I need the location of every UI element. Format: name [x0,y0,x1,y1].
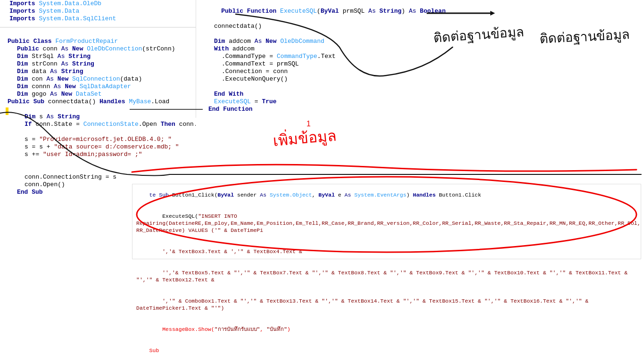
spacer-r2 [206,83,603,90]
s-assign-2: s = s + "data source= d:/comservice.mdb;… [0,143,196,151]
dim-s: Dim s As String [0,113,196,121]
member-4: Dim data As String [0,68,196,75]
sub-connectdata: Public Sub connectdata() Handles MyBase.… [0,98,196,106]
executenonquery: .ExecuteNonQuery() [206,75,603,83]
class-decl: Public Class FormProductRepair [0,38,196,45]
spacer-1 [0,23,196,30]
concat-3: ','" & ComboBox1.Text & "','" & TextBox1… [132,290,641,319]
commandtext: .CommandText = prmSQL [206,60,603,68]
import-1: Imports System.Data.OleDb [0,0,196,8]
svg-text:เพิ่มข้อมูล: เพิ่มข้อมูล [272,125,337,150]
member-7: Dim gogo As New DataSet [0,90,196,98]
import-3: Imports System.Data.SqlClient [0,15,196,23]
connection: .Connection = conn [206,68,603,75]
spacer-2 [0,30,196,38]
msgbox-call: MessageBox.Show("การบันทึกรับแบบ", "บันท… [132,319,641,340]
import-2: Imports System.Data [0,8,196,15]
fn-sig: Public Function ExecuteSQL(ByVal prmSQL … [206,0,603,23]
member-6: Dim connn As New SqlDataAdapter [0,83,196,90]
concat-1: ','& TextBox3.Text & ','" & TextBox4.Tex… [132,241,641,262]
member-3: Dim strConn As String [0,60,196,68]
right-code-panel: Public Function ExecuteSQL(ByVal prmSQL … [203,0,603,113]
bottom-code-panel: te Sub Button1_Click(ByVal sender As Sys… [132,184,641,259]
yellow-marker [6,107,8,115]
spacer-5 [0,158,196,166]
if-connstate: If conn.State = ConnectionState.Open The… [0,121,196,128]
end-with: End With [206,90,603,98]
executesql-call: ExecuteSQL("INSERT INTO Repairing(Dateti… [132,206,641,241]
spacer-6 [0,166,196,173]
member-5: Dim con As New SqlConnection(data) [0,75,196,83]
spacer-3 [0,106,196,113]
conn-str: conn.ConnectionString = s [0,173,196,181]
end-sub-btn: Sub [132,340,641,361]
divider-vertical [196,0,196,118]
svg-text:1: 1 [306,120,311,128]
executesql-true: ExecuteSQL = True [206,98,603,106]
s-assign-3: s += "user Id=admin;password= ;" [0,151,196,158]
s-assign-1: s = "Provider=microsoft.jet.OLEDB.4.0; " [0,136,196,143]
annotation-connect-db: ติดต่อฐานข้อมูล [539,24,630,49]
concat-2: '','& TextBox5.Text & "','" & TextBox7.T… [132,262,641,290]
spacer-4 [0,128,196,136]
member-1: Public conn As New OleDbConnection(strCo… [0,45,196,53]
btn-sub-sig: te Sub Button1_Click(ByVal sender As Sys… [132,184,641,206]
member-2: Dim StrSql As String [0,53,196,60]
end-function: End Function [206,106,603,113]
commandtype: .CommandType = CommandType.Text [206,53,603,60]
